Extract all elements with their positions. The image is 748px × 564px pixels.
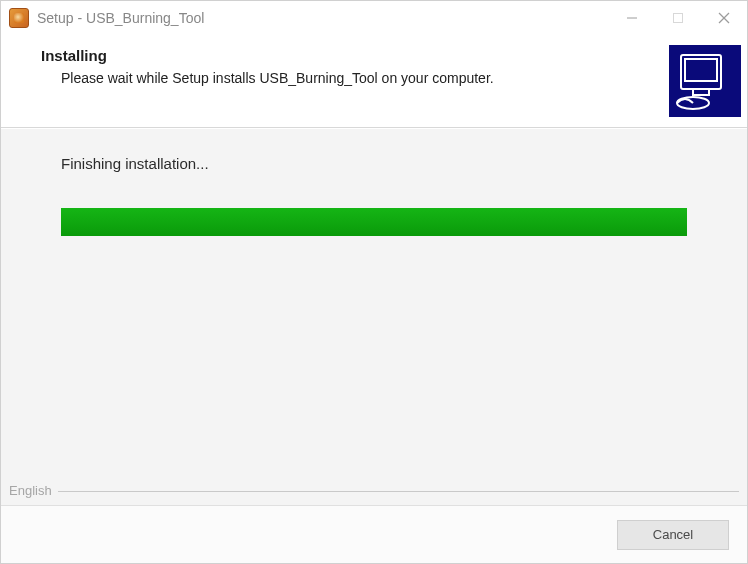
close-icon (717, 11, 731, 25)
wizard-footer: Cancel (1, 505, 747, 563)
maximize-button (655, 1, 701, 35)
minimize-icon (626, 12, 638, 24)
language-label: English (9, 483, 58, 498)
install-status-text: Finishing installation... (61, 155, 687, 172)
language-section: English (9, 483, 739, 497)
svg-rect-4 (681, 55, 721, 89)
disk-install-icon (669, 45, 741, 117)
svg-rect-1 (674, 14, 683, 23)
wizard-header: Installing Please wait while Setup insta… (1, 35, 747, 128)
minimize-button[interactable] (609, 1, 655, 35)
install-progress-bar (61, 208, 687, 236)
wizard-header-text: Installing Please wait while Setup insta… (1, 45, 669, 86)
svg-rect-6 (693, 89, 709, 95)
wizard-body: Finishing installation... English (1, 128, 747, 505)
window-title: Setup - USB_Burning_Tool (37, 10, 204, 26)
cancel-button[interactable]: Cancel (617, 520, 729, 550)
wizard-heading: Installing (41, 47, 669, 64)
svg-rect-5 (685, 59, 717, 81)
language-divider: English (9, 483, 739, 497)
app-icon (9, 8, 29, 28)
close-button[interactable] (701, 1, 747, 35)
wizard-subtext: Please wait while Setup installs USB_Bur… (41, 70, 669, 86)
maximize-icon (672, 12, 684, 24)
titlebar: Setup - USB_Burning_Tool (1, 1, 747, 35)
setup-window: Setup - USB_Burning_Tool Installing Plea… (0, 0, 748, 564)
